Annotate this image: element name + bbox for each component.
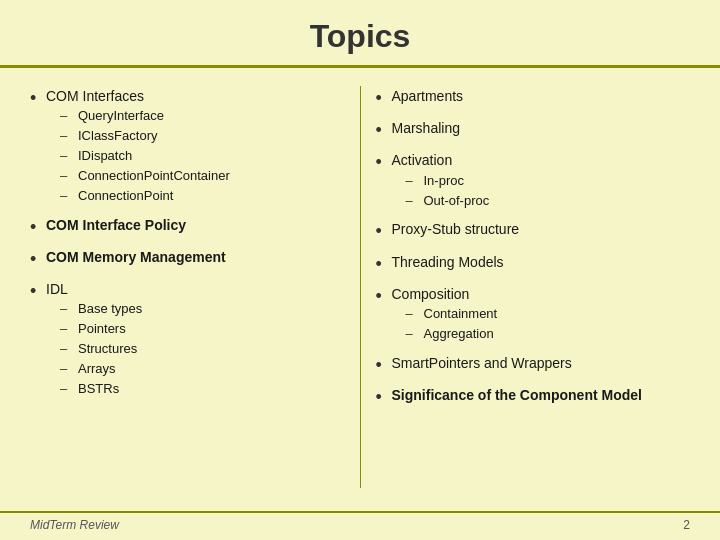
bullet-icon: • xyxy=(376,385,392,410)
item-label: Marshaling xyxy=(392,118,460,138)
bullet-icon: • xyxy=(376,118,392,143)
sub-item-label: Pointers xyxy=(78,320,126,339)
item-label: Significance of the Component Model xyxy=(392,385,642,405)
sub-item-label: Out-of-proc xyxy=(424,192,490,211)
item-label: COM Interfaces xyxy=(46,88,144,104)
bullet-icon: • xyxy=(376,353,392,378)
sub-list: – Containment – Aggregation xyxy=(406,305,498,344)
item-label: Proxy-Stub structure xyxy=(392,219,520,239)
footer-label: MidTerm Review xyxy=(30,518,119,532)
slide: Topics • COM Interfaces – QueryInterface… xyxy=(0,0,720,540)
item-label: Threading Models xyxy=(392,252,504,272)
left-column: • COM Interfaces – QueryInterface – ICla… xyxy=(30,86,345,488)
bullet-icon: • xyxy=(376,219,392,244)
list-item: – Base types xyxy=(60,300,142,319)
column-divider xyxy=(360,86,361,488)
bullet-icon: • xyxy=(30,279,46,304)
sub-item-label: In-proc xyxy=(424,172,464,191)
sub-item-label: Aggregation xyxy=(424,325,494,344)
list-item: • COM Interface Policy xyxy=(30,215,345,240)
content-area: • COM Interfaces – QueryInterface – ICla… xyxy=(0,68,720,498)
sub-item-label: QueryInterface xyxy=(78,107,164,126)
list-item: • Threading Models xyxy=(376,252,691,277)
bullet-icon: • xyxy=(30,247,46,272)
list-item: – Pointers xyxy=(60,320,142,339)
sub-item-label: Base types xyxy=(78,300,142,319)
sub-item-label: Structures xyxy=(78,340,137,359)
list-item: • Composition – Containment – Aggregatio… xyxy=(376,284,691,346)
item-label: COM Memory Management xyxy=(46,247,226,267)
list-item: – ConnectionPointContainer xyxy=(60,167,230,186)
footer-page: 2 xyxy=(683,518,690,532)
list-item: – Arrays xyxy=(60,360,142,379)
sub-item-label: Arrays xyxy=(78,360,116,379)
sub-item-label: IClassFactory xyxy=(78,127,157,146)
item-label: Composition xyxy=(392,286,470,302)
item-label: Apartments xyxy=(392,86,464,106)
sub-item-label: IDispatch xyxy=(78,147,132,166)
list-item: – Containment xyxy=(406,305,498,324)
bullet-icon: • xyxy=(376,150,392,175)
bullet-icon: • xyxy=(30,215,46,240)
sub-item-label: ConnectionPointContainer xyxy=(78,167,230,186)
list-item: • Significance of the Component Model xyxy=(376,385,691,410)
sub-list: – In-proc – Out-of-proc xyxy=(406,172,490,211)
item-label: IDL xyxy=(46,281,68,297)
title-area: Topics xyxy=(0,0,720,68)
list-item: – IDispatch xyxy=(60,147,230,166)
bullet-icon: • xyxy=(376,284,392,309)
sub-item-label: BSTRs xyxy=(78,380,119,399)
slide-title: Topics xyxy=(310,18,411,54)
bullet-icon: • xyxy=(30,86,46,111)
list-item: – ConnectionPoint xyxy=(60,187,230,206)
sub-item-label: ConnectionPoint xyxy=(78,187,173,206)
item-label: COM Interface Policy xyxy=(46,215,186,235)
sub-list: – Base types – Pointers – Structures – xyxy=(60,300,142,398)
bullet-icon: • xyxy=(376,252,392,277)
bullet-icon: • xyxy=(376,86,392,111)
list-item: – IClassFactory xyxy=(60,127,230,146)
list-item: – Aggregation xyxy=(406,325,498,344)
list-item: • Apartments xyxy=(376,86,691,111)
list-item: – BSTRs xyxy=(60,380,142,399)
footer: MidTerm Review 2 xyxy=(0,511,720,532)
list-item: – Out-of-proc xyxy=(406,192,490,211)
list-item: – Structures xyxy=(60,340,142,359)
list-item: • COM Interfaces – QueryInterface – ICla… xyxy=(30,86,345,208)
list-item: • Activation – In-proc – Out-of-proc xyxy=(376,150,691,212)
right-column: • Apartments • Marshaling • Activation –… xyxy=(376,86,691,488)
item-label: Activation xyxy=(392,152,453,168)
list-item: • SmartPointers and Wrappers xyxy=(376,353,691,378)
sub-list: – QueryInterface – IClassFactory – IDisp… xyxy=(60,107,230,205)
list-item: • Marshaling xyxy=(376,118,691,143)
item-label: SmartPointers and Wrappers xyxy=(392,353,572,373)
list-item: • COM Memory Management xyxy=(30,247,345,272)
list-item: • IDL – Base types – Pointers – xyxy=(30,279,345,401)
list-item: – QueryInterface xyxy=(60,107,230,126)
sub-item-label: Containment xyxy=(424,305,498,324)
list-item: • Proxy-Stub structure xyxy=(376,219,691,244)
list-item: – In-proc xyxy=(406,172,490,191)
